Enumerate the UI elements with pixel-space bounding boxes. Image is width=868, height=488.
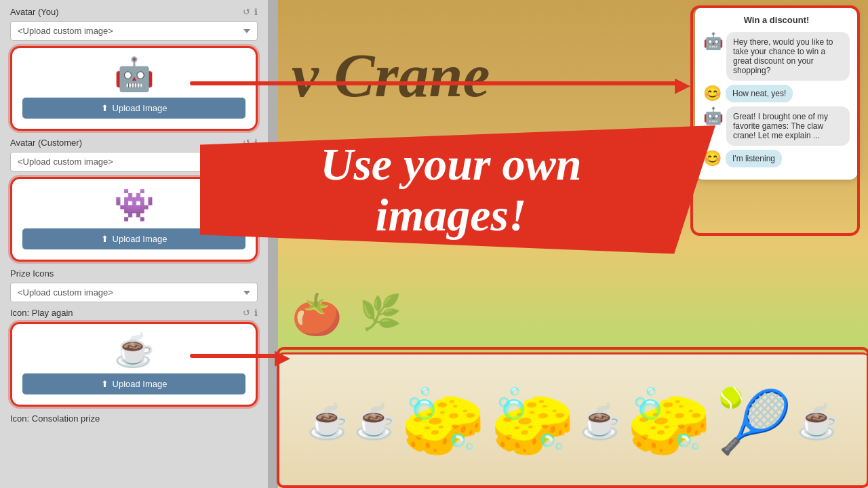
game-item-ball: 🎾 — [716, 391, 792, 452]
upload-icon-1: ⬆ — [101, 103, 108, 113]
game-item-sponge3: 🧽 — [627, 388, 711, 455]
avatar-you-upload-card: 🤖 ⬆ Upload Image — [10, 46, 258, 131]
arrow-to-game: ▶ — [190, 354, 278, 358]
upload-icon-2: ⬆ — [101, 234, 108, 244]
avatar-customer-upload-button[interactable]: ⬆ Upload Image — [22, 228, 245, 249]
game-item-tea-3: ☕ — [580, 405, 622, 439]
chat-row-2: 😊 How neat, yes! — [703, 85, 850, 102]
reset-icon-2[interactable]: ↺ — [243, 138, 250, 148]
chat-bot-avatar-1: 🤖 — [703, 32, 722, 51]
avatar-customer-upload-card: 👾 ⬆ Upload Image — [10, 177, 258, 262]
prize-icons-header: Prize Icons — [10, 268, 258, 279]
game-item-sponge1: 🧽 — [401, 388, 486, 455]
chat-user-avatar-1: 😊 — [703, 85, 722, 102]
sidebar-panel: Avatar (You) ↺ ℹ <Upload custom image> 🤖… — [0, 0, 268, 488]
avatar-customer-input[interactable] — [10, 152, 258, 171]
game-strip: ☕ ☕ 🧽 🧽 ☕ 🧽 🎾 ☕ — [278, 352, 868, 488]
game-item-tea-1: ☕ — [307, 405, 349, 439]
chat-row-1: 🤖 Hey there, would you like to take your… — [703, 32, 850, 81]
icon-play-again-header: Icon: Play again ↺ ℹ — [10, 308, 258, 318]
avatar-you-label: Avatar (You) — [10, 7, 59, 17]
avatar-customer-icon: 👾 — [114, 189, 155, 222]
avatar-you-icon: 🤖 — [114, 58, 155, 91]
chat-message-2: How neat, yes! — [726, 85, 793, 102]
info-icon-3[interactable]: ℹ — [254, 308, 258, 318]
chat-bot-avatar-2: 🤖 — [703, 106, 722, 125]
play-again-upload-button[interactable]: ⬆ Upload Image — [22, 373, 245, 394]
avatar-you-header: Avatar (You) ↺ ℹ — [10, 7, 258, 17]
game-items: ☕ ☕ 🧽 🧽 ☕ 🧽 🎾 ☕ — [278, 354, 868, 488]
play-again-icon: ☕ — [114, 334, 155, 367]
chat-message-4: I'm listening — [726, 150, 782, 167]
chat-panel: Win a discount! 🤖 Hey there, would you l… — [695, 7, 858, 180]
upload-icon-3: ⬆ — [101, 379, 108, 389]
arrow-to-chat: ▶ — [190, 81, 678, 85]
info-icon-2[interactable]: ℹ — [254, 138, 258, 148]
avatar-you-controls: ↺ ℹ — [243, 7, 258, 17]
chat-user-avatar-2: 😊 — [703, 150, 722, 167]
avatar-you-dropdown[interactable]: <Upload custom image> — [10, 21, 258, 41]
icon-play-again-label: Icon: Play again — [10, 308, 73, 318]
play-again-upload-card: ☕ ⬆ Upload Image — [10, 322, 258, 407]
game-item-tea-2: ☕ — [354, 405, 396, 439]
chat-row-3: 🤖 Great! I brought one of my favorite ga… — [703, 106, 850, 146]
avatar-you-upload-button[interactable]: ⬆ Upload Image — [22, 98, 245, 119]
avatar-customer-label: Avatar (Customer) — [10, 138, 82, 148]
chat-message-3: Great! I brought one of my favorite game… — [726, 106, 850, 146]
reset-icon[interactable]: ↺ — [243, 7, 250, 17]
icon-consolation-header: Icon: Consolation prize — [10, 413, 258, 424]
chat-message-1: Hey there, would you like to take your c… — [726, 32, 850, 81]
reset-icon-3[interactable]: ↺ — [243, 308, 250, 318]
info-icon[interactable]: ℹ — [254, 7, 258, 17]
prize-icons-dropdown[interactable]: <Upload custom image> — [10, 283, 258, 302]
chat-title: Win a discount! — [703, 15, 850, 25]
chat-row-4: 😊 I'm listening — [703, 150, 850, 167]
icon-consolation-label: Icon: Consolation prize — [10, 413, 100, 424]
prize-icons-label: Prize Icons — [10, 268, 54, 279]
avatar-customer-header: Avatar (Customer) ↺ ℹ — [10, 138, 258, 148]
game-item-tea-4: ☕ — [797, 405, 839, 439]
game-title: v Crane — [292, 41, 490, 110]
avatar-customer-controls: ↺ ℹ — [243, 138, 258, 148]
game-item-sponge2: 🧽 — [490, 388, 575, 455]
